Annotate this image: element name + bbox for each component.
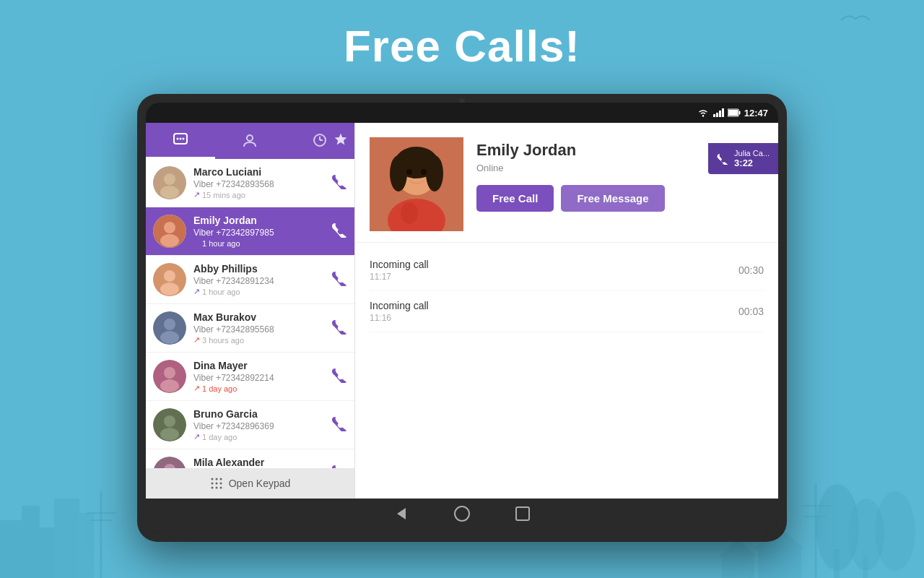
notification-time: 3:22 [734, 158, 770, 168]
contact-name-marco: Marco Luciani [193, 166, 326, 178]
svg-point-38 [164, 173, 175, 185]
home-button[interactable] [453, 505, 471, 527]
free-call-button[interactable]: Free Call [476, 185, 554, 212]
notification-phone-icon [717, 153, 728, 165]
svg-point-32 [247, 135, 253, 141]
svg-rect-27 [738, 111, 740, 115]
contact-name-max: Max Burakov [193, 311, 326, 323]
keypad-label: Open Keypad [229, 478, 291, 489]
notification-name: Julia Ca... [734, 149, 770, 158]
back-button[interactable] [393, 505, 410, 527]
call-button-marco[interactable] [331, 173, 347, 193]
svg-point-42 [160, 234, 179, 247]
svg-point-62 [215, 478, 217, 480]
contact-time-abby: 1 hour ago [193, 287, 326, 296]
svg-point-68 [215, 487, 217, 489]
contact-avatar-mila [153, 457, 186, 468]
tab-chat[interactable] [146, 123, 215, 159]
page-title: Free Calls! [344, 20, 580, 72]
contacts-panel: Marco Luciani Viber +72342893568 15 mins… [146, 123, 355, 499]
svg-point-67 [211, 487, 213, 489]
contact-photo-emily [370, 137, 463, 231]
contact-item-dina[interactable]: Dina Mayer Viber +72342892214 1 day ago [146, 353, 354, 401]
contact-avatar-marco [153, 166, 186, 199]
contact-number-max: Viber +72342895568 [193, 324, 326, 335]
svg-point-20 [702, 115, 704, 116]
call-button-max[interactable] [331, 319, 347, 338]
open-keypad-button[interactable]: Open Keypad [146, 468, 354, 499]
call-duration-1: 00:30 [738, 264, 764, 276]
contact-info-dina: Dina Mayer Viber +72342892214 1 day ago [193, 360, 326, 393]
contact-item-bruno[interactable]: Bruno Garcia Viber +72342896369 1 day ag… [146, 401, 354, 449]
battery-icon [728, 108, 741, 117]
contact-info-bruno: Bruno Garcia Viber +72342896369 1 day ag… [193, 408, 326, 441]
svg-rect-81 [516, 507, 529, 520]
contact-item-mila[interactable]: Mila Alexander Viber +72342895977 2 days… [146, 449, 354, 468]
svg-point-66 [219, 483, 222, 485]
svg-point-41 [164, 222, 175, 233]
tab-contacts[interactable] [215, 123, 284, 159]
contact-number-marco: Viber +72342893568 [193, 179, 326, 189]
contact-info-marco: Marco Luciani Viber +72342893568 15 mins… [193, 166, 326, 199]
svg-point-78 [421, 169, 427, 175]
svg-point-53 [164, 415, 175, 427]
bird-icon [841, 13, 870, 30]
contact-item-abby[interactable]: Abby Phillips Viber +72342891234 1 hour … [146, 256, 354, 304]
contact-time-bruno: 1 day ago [193, 432, 326, 441]
free-message-button[interactable]: Free Message [561, 185, 664, 212]
call-button-emily[interactable] [331, 222, 347, 241]
keypad-icon [210, 477, 223, 490]
contact-header: Emily Jordan Online Free Call Free Messa… [355, 123, 778, 243]
svg-rect-26 [728, 110, 738, 116]
svg-point-77 [406, 169, 412, 175]
contact-time-max: 3 hours ago [193, 335, 326, 345]
svg-point-63 [219, 478, 222, 480]
call-button-abby[interactable] [331, 270, 347, 290]
svg-rect-22 [716, 113, 718, 117]
contact-name-bruno: Bruno Garcia [193, 408, 326, 420]
signal-icon [712, 108, 724, 117]
call-duration-2: 00:03 [738, 306, 764, 317]
contact-number-emily: Viber +72342897985 [193, 228, 326, 238]
contact-avatar-bruno [153, 408, 186, 441]
recent-button[interactable] [514, 505, 531, 527]
svg-rect-23 [719, 111, 721, 117]
contact-info-max: Max Burakov Viber +72342895568 3 hours a… [193, 311, 326, 345]
contact-item-marco[interactable]: Marco Luciani Viber +72342893568 15 mins… [146, 159, 354, 207]
contact-info-abby: Abby Phillips Viber +72342891234 1 hour … [193, 263, 326, 296]
contact-info-mila: Mila Alexander Viber +72342895977 2 days… [193, 457, 326, 468]
call-button-dina[interactable] [331, 367, 347, 387]
contact-name-abby: Abby Phillips [193, 263, 326, 275]
bottom-nav [146, 499, 778, 533]
call-button-bruno[interactable] [331, 415, 347, 435]
contact-item-max[interactable]: Max Burakov Viber +72342895568 3 hours a… [146, 304, 354, 353]
tablet-screen: 12:47 [146, 103, 778, 533]
contact-name-mila: Mila Alexander [193, 457, 326, 468]
star-icon[interactable] [334, 133, 347, 150]
svg-point-31 [183, 137, 185, 139]
wifi-icon [697, 108, 709, 117]
svg-point-54 [160, 428, 179, 441]
contact-avatar-max [153, 311, 186, 345]
call-type-1: Incoming call [370, 259, 429, 270]
contact-number-bruno: Viber +72342896369 [193, 421, 326, 431]
svg-point-44 [164, 270, 175, 282]
call-entry-left-1: Incoming call 11:17 [370, 259, 429, 282]
call-time-1: 11:17 [370, 272, 429, 282]
svg-point-47 [164, 319, 175, 330]
svg-rect-24 [722, 108, 724, 117]
call-entry-left-2: Incoming call 11:16 [370, 300, 429, 323]
contact-item-emily[interactable]: Emily Jordan Viber +72342897985 1 hour a… [146, 207, 354, 256]
contact-list: Marco Luciani Viber +72342893568 15 mins… [146, 159, 354, 468]
status-icons: 12:47 [697, 108, 768, 118]
svg-point-29 [177, 137, 179, 139]
status-time: 12:47 [744, 108, 768, 118]
svg-point-74 [426, 155, 443, 191]
svg-point-69 [219, 487, 222, 489]
svg-point-39 [160, 186, 179, 199]
notification-details: Julia Ca... 3:22 [734, 149, 770, 168]
call-notification[interactable]: Julia Ca... 3:22 [708, 143, 778, 174]
svg-marker-79 [397, 508, 406, 519]
contact-avatar-dina [153, 360, 186, 393]
contact-time-dina: 1 day ago [193, 384, 326, 393]
